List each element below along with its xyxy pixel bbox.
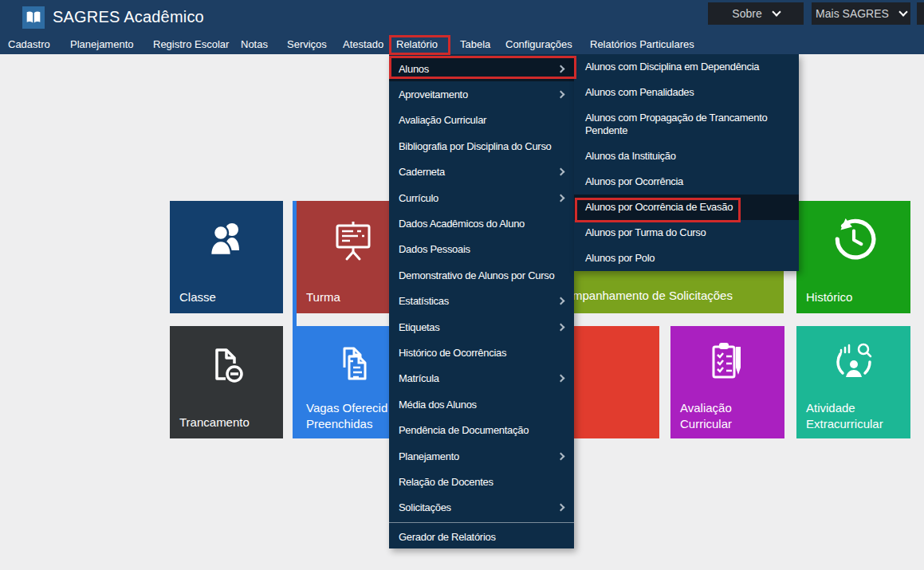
menu-item-caderneta[interactable]: Caderneta	[389, 159, 574, 185]
chevron-right-icon	[557, 65, 565, 73]
clipboard-pen-icon	[670, 340, 784, 383]
menu-item-pendencia-documentacao[interactable]: Pendência de Documentação	[389, 417, 574, 442]
chevron-right-icon	[557, 168, 565, 176]
menu-item-planejamento[interactable]: Planejamento	[389, 443, 574, 469]
chevron-right-icon	[557, 297, 565, 305]
menubar-item-servicos[interactable]: Serviços	[287, 35, 327, 54]
menubar-item-relatorio[interactable]: Relatório	[396, 35, 438, 54]
menu-item-gerador-relatorios[interactable]: Gerador de Relatórios	[389, 525, 574, 548]
menu-item-dados-academicos[interactable]: Dados Acadêmicos do Aluno	[389, 210, 574, 236]
tile-historico[interactable]: Histórico	[796, 201, 910, 313]
submenu-item-propagacao-trancamento[interactable]: Alunos com Propagação de Trancamento Pen…	[574, 105, 799, 143]
header-button-partial[interactable]	[917, 2, 924, 25]
chevron-right-icon	[557, 323, 565, 331]
app-header: SAGRES Acadêmico Sobre Mais SAGRES Cadas…	[0, 0, 924, 54]
tile-label: Atividade Extracurricular	[806, 400, 883, 432]
chevron-right-icon	[557, 452, 565, 460]
history-icon	[796, 217, 910, 263]
menubar-item-planejamento[interactable]: Planejamento	[70, 35, 134, 54]
chevron-right-icon	[557, 91, 565, 99]
menu-divider	[389, 522, 574, 523]
menu-item-avaliacao-curricular[interactable]: Avaliação Curricular	[389, 108, 574, 133]
submenu-item-disciplina-dependencia[interactable]: Alunos com Disciplina em Dependência	[574, 54, 799, 80]
chevron-right-icon	[557, 194, 565, 202]
page-title: SAGRES Acadêmico	[53, 8, 204, 26]
menu-item-alunos[interactable]: Alunos	[389, 56, 574, 81]
activity-icon	[796, 340, 910, 385]
menubar-item-atestado[interactable]: Atestado	[343, 35, 383, 54]
tile-classe[interactable]: Classe	[170, 201, 283, 313]
sobre-dropdown-button[interactable]: Sobre	[708, 2, 804, 25]
menu-item-matricula[interactable]: Matrícula	[389, 366, 574, 391]
menu-item-etiquetas[interactable]: Etiquetas	[389, 314, 574, 340]
tile-trancamento[interactable]: Trancamento	[170, 326, 283, 438]
menubar-item-cadastro[interactable]: Cadastro	[8, 35, 50, 54]
tile-atividade-extracurricular[interactable]: Atividade Extracurricular	[796, 326, 910, 438]
tile-label: Trancamento	[179, 415, 250, 430]
book-icon	[26, 10, 41, 25]
menu-item-estatisticas[interactable]: Estatísticas	[389, 289, 574, 314]
menu-item-solicitacoes[interactable]: Solicitações	[389, 495, 574, 521]
menu-item-historico-ocorrencias[interactable]: Histórico de Ocorrências	[389, 340, 574, 365]
tile-label: mpanhamento de Solicitações	[572, 288, 733, 304]
menubar-item-configuracoes[interactable]: Configurações	[505, 35, 572, 54]
submenu-item-alunos-por-ocorrencia-evasao[interactable]: Alunos por Ocorrência de Evasão	[574, 195, 799, 220]
menu-item-bibliografia[interactable]: Bibliografia por Disciplina do Curso	[389, 133, 574, 159]
menubar-item-relatorios-particulares[interactable]: Relatórios Particulares	[590, 35, 694, 54]
people-icon	[170, 220, 283, 261]
document-minus-icon	[170, 345, 283, 387]
tile-label: Histórico	[806, 289, 852, 305]
tile-label: Vagas Oferecid Preenchidas	[306, 400, 387, 432]
chevron-right-icon	[557, 375, 565, 383]
submenu-item-alunos-instituicao[interactable]: Alunos da Instituição	[574, 143, 799, 169]
tile-avaliacao-curricular[interactable]: Avaliação Curricular	[670, 326, 784, 438]
chevron-down-icon	[772, 7, 780, 16]
submenu-item-penalidades[interactable]: Alunos com Penalidades	[574, 80, 799, 105]
menubar-item-registro-escolar[interactable]: Registro Escolar	[153, 35, 229, 54]
alunos-submenu: Alunos com Disciplina em Dependência Alu…	[574, 54, 799, 271]
tile-label: Turma	[306, 289, 340, 305]
menu-item-aproveitamento[interactable]: Aproveitamento	[389, 81, 574, 107]
menu-item-demonstrativo[interactable]: Demonstrativo de Alunos por Curso	[389, 262, 574, 288]
tile-label: Classe	[179, 289, 216, 305]
mais-sagres-dropdown-button[interactable]: Mais SAGRES	[812, 2, 910, 25]
chevron-right-icon	[557, 504, 565, 512]
submenu-item-alunos-por-polo[interactable]: Alunos por Polo	[574, 246, 799, 271]
submenu-item-alunos-por-turma-curso[interactable]: Alunos por Turma do Curso	[574, 220, 799, 246]
menubar-item-notas[interactable]: Notas	[241, 35, 268, 54]
relatorio-dropdown-menu: Alunos Aproveitamento Avaliação Curricul…	[389, 54, 574, 548]
submenu-item-alunos-por-ocorrencia[interactable]: Alunos por Ocorrência	[574, 169, 799, 195]
menubar-item-tabela[interactable]: Tabela	[460, 35, 490, 54]
menu-item-curriculo[interactable]: Currículo	[389, 185, 574, 210]
app-logo	[22, 6, 45, 29]
tile-label: Avaliação Curricular	[680, 400, 732, 432]
chevron-down-icon	[898, 7, 907, 16]
menu-item-dados-pessoais[interactable]: Dados Pessoais	[389, 237, 574, 262]
menu-item-media-alunos[interactable]: Média dos Alunos	[389, 391, 574, 417]
menu-item-relacao-docentes[interactable]: Relação de Docentes	[389, 469, 574, 494]
